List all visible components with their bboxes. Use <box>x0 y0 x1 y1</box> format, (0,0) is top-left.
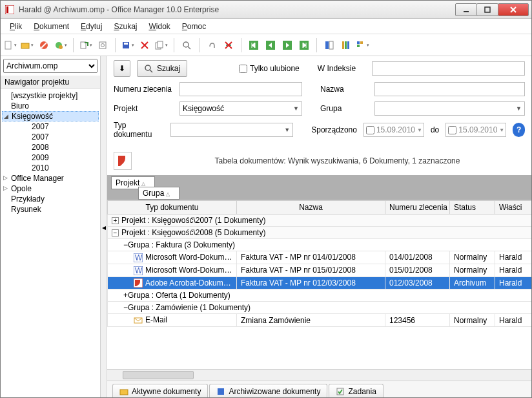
svg-rect-34 <box>347 41 349 49</box>
col-numeru[interactable]: Numeru zlecenia <box>385 201 450 215</box>
tree-ksiegowosc[interactable]: ◢Księgowość <box>2 111 99 121</box>
tree-biuro[interactable]: Biuro <box>2 101 99 111</box>
zoom-icon[interactable] <box>179 38 194 52</box>
nav-first-icon[interactable] <box>247 38 261 52</box>
name-input[interactable] <box>374 82 525 96</box>
tree-office-manager[interactable]: ▷Office Manager <box>2 173 99 183</box>
doctype-combo[interactable]: ▼ <box>170 123 293 137</box>
save-icon[interactable] <box>121 38 135 52</box>
close-button[interactable] <box>498 3 529 16</box>
bottom-tabs: Aktywne dokumenty Archiwizowane dokument… <box>107 381 531 398</box>
tree-2007a[interactable]: 2007 <box>2 121 99 132</box>
copy-icon[interactable] <box>154 38 169 52</box>
svg-rect-36 <box>360 41 363 44</box>
tab-archiwizowane[interactable]: Archiwizowane dokumenty <box>209 384 327 398</box>
subgroup-faktura[interactable]: −Grupa : Faktura (3 Dokumenty) <box>108 239 532 251</box>
window-title: Harald @ Archiwum.omp - Office Manager 1… <box>19 5 456 14</box>
svg-rect-7 <box>21 43 29 48</box>
tree-rysunek[interactable]: Rysunek <box>2 204 99 215</box>
group-combo[interactable]: ▼ <box>374 101 525 116</box>
col-status[interactable]: Status <box>450 201 495 215</box>
layout-options-icon[interactable] <box>356 38 370 52</box>
svg-point-11 <box>59 45 63 49</box>
search-panel: ⬇ Szukaj Tylko ulubione W Indeksie Numer… <box>107 56 531 151</box>
splitter-collapse[interactable]: ◂ <box>101 56 107 398</box>
maximize-button[interactable] <box>476 3 498 16</box>
date-to-input[interactable]: 15.09.2010▼ <box>445 123 506 137</box>
layout-split-icon[interactable] <box>322 38 336 52</box>
date-from-input[interactable]: 15.09.2010▼ <box>363 123 424 137</box>
table-row[interactable]: WMicrosoft Word-Dokument Faktura VAT - M… <box>108 264 532 277</box>
table-row-selected[interactable]: Adobe Acrobat-Dokument Faktura VAT - MP … <box>108 277 532 289</box>
svg-line-22 <box>188 47 190 49</box>
favorites-checkbox[interactable]: Tylko ulubione <box>239 64 300 73</box>
tree-2007b[interactable]: 2007 <box>2 132 99 142</box>
globe-config-icon[interactable] <box>54 38 68 52</box>
help-icon[interactable]: ? <box>513 123 525 137</box>
stop-icon[interactable] <box>37 38 51 52</box>
group-label: Grupa <box>320 104 368 113</box>
svg-rect-46 <box>120 390 128 395</box>
tree-2010[interactable]: 2010 <box>2 163 99 173</box>
svg-point-14 <box>101 43 105 47</box>
subgroup-oferta[interactable]: +Grupa : Oferta (1 Dokumenty) <box>108 289 532 302</box>
svg-rect-47 <box>218 388 224 395</box>
menu-plik[interactable]: Plik <box>5 20 27 33</box>
search-button-label: Szukaj <box>157 64 180 73</box>
col-wlasc[interactable]: Właści <box>495 201 532 215</box>
subgroup-zamowienie[interactable]: −Grupa : Zamówienie (1 Dokumenty) <box>108 302 532 314</box>
project-combo[interactable]: Księgowość▼ <box>179 101 302 116</box>
open-icon[interactable] <box>20 38 34 52</box>
tree-przyklady[interactable]: Przykłady <box>2 194 99 204</box>
svg-point-38 <box>145 65 150 70</box>
import-icon[interactable] <box>79 38 93 52</box>
svg-rect-16 <box>124 43 128 45</box>
minimize-button[interactable] <box>455 3 477 16</box>
tree-2008[interactable]: 2008 <box>2 142 99 152</box>
svg-rect-1 <box>6 6 8 13</box>
layout-cols-icon[interactable] <box>339 38 353 52</box>
col-nazwa[interactable]: Nazwa <box>237 201 385 215</box>
attach-icon[interactable] <box>205 38 219 52</box>
svg-point-21 <box>183 42 189 47</box>
delete-icon[interactable] <box>138 38 152 52</box>
grouping-bar[interactable]: Projekt△ Grupa△ <box>107 175 531 200</box>
remove-filter-icon[interactable] <box>221 38 236 52</box>
group-tag-grupa[interactable]: Grupa△ <box>138 187 179 200</box>
group-row-2008[interactable]: −Projekt : Księgowość\2008 (5 Dokumenty) <box>108 227 532 239</box>
order-number-input[interactable] <box>179 82 302 96</box>
menu-edytuj[interactable]: Edytuj <box>76 20 107 33</box>
tree-opole[interactable]: ▷Opole <box>2 183 99 194</box>
collapse-search-button[interactable]: ⬇ <box>114 60 130 77</box>
col-typ[interactable]: Typ dokumentu <box>108 201 237 215</box>
index-input[interactable] <box>372 61 525 76</box>
svg-rect-30 <box>325 41 329 49</box>
svg-rect-35 <box>357 41 360 44</box>
app-icon <box>5 5 15 15</box>
document-table[interactable]: Typ dokumentu Nazwa Numeru zlecenia Stat… <box>107 200 531 369</box>
search-button[interactable]: Szukaj <box>137 60 187 77</box>
menu-szukaj[interactable]: Szukaj <box>108 20 142 33</box>
menu-bar: Plik Dokument Edytuj Szukaj Widok Pomoc <box>1 19 531 34</box>
group-row-2007[interactable]: +Projekt : Księgowość\2007 (1 Dokumenty) <box>108 215 532 227</box>
nav-prev-icon[interactable] <box>263 38 278 52</box>
preview-icon[interactable] <box>96 38 110 52</box>
project-tree[interactable]: [wszystkie projekty] Biuro ◢Księgowość 2… <box>1 89 100 216</box>
table-row[interactable]: WMicrosoft Word-Dokument Faktura VAT - M… <box>108 251 532 264</box>
tree-all-projects[interactable]: [wszystkie projekty] <box>2 90 99 101</box>
menu-dokument[interactable]: Dokument <box>28 20 74 33</box>
tab-aktywne[interactable]: Aktywne dokumenty <box>112 384 208 398</box>
horizontal-scrollbar[interactable] <box>107 369 531 381</box>
tree-2009[interactable]: 2009 <box>2 152 99 163</box>
menu-widok[interactable]: Widok <box>143 20 175 33</box>
svg-rect-37 <box>357 45 360 47</box>
nav-last-icon[interactable] <box>297 38 311 52</box>
tab-zadania[interactable]: Zadania <box>329 384 383 398</box>
database-selector[interactable]: Archiwum.omp <box>3 59 97 73</box>
menu-pomoc[interactable]: Pomoc <box>177 20 211 33</box>
new-icon[interactable] <box>3 38 17 52</box>
table-row[interactable]: E-Mail Zmiana Zamówienie123456NormalnyHa… <box>108 314 532 327</box>
nav-next-icon[interactable] <box>280 38 294 52</box>
sidebar: Archiwum.omp Nawigator projektu [wszystk… <box>1 56 101 398</box>
navigator-header: Nawigator projektu <box>1 76 100 89</box>
